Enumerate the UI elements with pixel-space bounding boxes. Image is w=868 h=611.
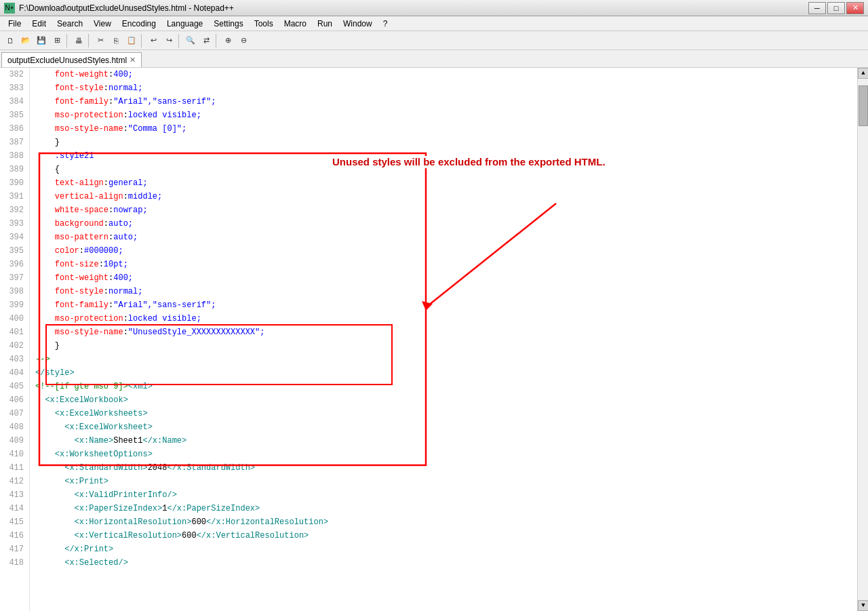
copy-button[interactable]: ⎘ — [108, 33, 123, 48]
code-line-402: } — [35, 339, 857, 353]
scrollbar: ▲ ▼ — [857, 68, 868, 611]
menu-file[interactable]: File — [3, 17, 26, 31]
code-line-411: <x:StandardWidth>2048</x:StandardWidth> — [35, 461, 857, 475]
paste-button[interactable]: 📋 — [124, 33, 139, 48]
new-button[interactable]: 🗋 — [3, 33, 18, 48]
code-line-384: font-family:"Arial","sans-serif"; — [35, 95, 857, 109]
code-line-385: mso-protection:locked visible; — [35, 109, 857, 122]
titlebar-left: N+ F:\Download\outputExcludeUnusedStyles… — [4, 3, 234, 14]
scroll-down-button[interactable]: ▼ — [858, 600, 868, 611]
code-line-409: <x:Name>Sheet1</x:Name> — [35, 434, 857, 448]
code-line-407: <x:ExcelWorksheets> — [35, 407, 857, 420]
redo-button[interactable]: ↪ — [161, 33, 176, 48]
toolbar-sep1 — [66, 34, 69, 47]
replace-button[interactable]: ⇄ — [199, 33, 214, 48]
code-line-408: <x:ExcelWorksheet> — [35, 420, 857, 434]
menu-language[interactable]: Language — [161, 17, 208, 31]
line-numbers: 3823833843853863873883893903913923933943… — [0, 68, 30, 611]
app-icon: N+ — [4, 3, 15, 14]
code-line-401: mso-style-name:"UnusedStyle_XXXXXXXXXXXX… — [35, 326, 857, 339]
annotation-box: Unused styles will be excluded from the … — [332, 156, 606, 168]
menu-window[interactable]: Window — [338, 17, 378, 31]
code-line-416: <x:VerticalResolution>600</x:VerticalRes… — [35, 529, 857, 543]
menu-macro[interactable]: Macro — [279, 17, 312, 31]
save-button[interactable]: 💾 — [34, 33, 49, 48]
code-line-417: </x:Print> — [35, 543, 857, 556]
menu-tools[interactable]: Tools — [249, 17, 279, 31]
code-line-397: font-weight:400; — [35, 271, 857, 285]
code-line-390: text-align:general; — [35, 176, 857, 190]
zoom-out-button[interactable]: ⊖ — [236, 33, 251, 48]
code-line-386: mso-style-name:"Comma [0]"; — [35, 122, 857, 136]
find-button[interactable]: 🔍 — [183, 33, 198, 48]
code-line-415: <x:HorizontalResolution>600</x:Horizonta… — [35, 515, 857, 529]
code-line-414: <x:PaperSizeIndex>1</x:PaperSizeIndex> — [35, 502, 857, 515]
code-area[interactable]: font-weight:400; font-style:normal; font… — [30, 68, 857, 611]
cut-button[interactable]: ✂ — [93, 33, 108, 48]
minimize-button[interactable]: ─ — [808, 2, 826, 14]
scroll-track[interactable] — [858, 79, 868, 600]
editor: 3823833843853863873883893903913923933943… — [0, 68, 868, 611]
menu-settings[interactable]: Settings — [208, 17, 248, 31]
titlebar: N+ F:\Download\outputExcludeUnusedStyles… — [0, 0, 868, 16]
code-line-383: font-style:normal; — [35, 81, 857, 95]
undo-button[interactable]: ↩ — [146, 33, 161, 48]
code-line-395: color:#000000; — [35, 244, 857, 258]
code-line-393: background:auto; — [35, 217, 857, 231]
code-line-400: mso-protection:locked visible; — [35, 312, 857, 326]
zoom-in-button[interactable]: ⊕ — [220, 33, 235, 48]
scroll-up-button[interactable]: ▲ — [858, 68, 868, 79]
code-line-391: vertical-align:middle; — [35, 190, 857, 203]
code-line-394: mso-pattern:auto; — [35, 231, 857, 244]
menu-help[interactable]: ? — [378, 17, 393, 31]
close-button[interactable]: ✕ — [846, 2, 864, 14]
code-line-387: } — [35, 136, 857, 149]
code-line-410: <x:WorksheetOptions> — [35, 448, 857, 461]
menu-view[interactable]: View — [88, 17, 117, 31]
menu-encoding[interactable]: Encoding — [117, 17, 161, 31]
tab-file[interactable]: outputExcludeUnusedStyles.html ✕ — [1, 52, 142, 67]
code-line-398: font-style:normal; — [35, 285, 857, 298]
code-line-404: </style> — [35, 366, 857, 380]
tab-close-icon[interactable]: ✕ — [130, 56, 136, 64]
code-line-392: white-space:nowrap; — [35, 203, 857, 217]
toolbar-sep5 — [216, 34, 218, 47]
code-line-413: <x:ValidPrinterInfo/> — [35, 488, 857, 502]
code-line-412: <x:Print> — [35, 475, 857, 488]
save-all-button[interactable]: ⊞ — [50, 33, 64, 48]
code-line-382: font-weight:400; — [35, 68, 857, 81]
menu-search[interactable]: Search — [52, 17, 88, 31]
maximize-button[interactable]: □ — [827, 2, 845, 14]
titlebar-controls[interactable]: ─ □ ✕ — [808, 2, 864, 14]
menu-run[interactable]: Run — [312, 17, 338, 31]
code-line-396: font-size:10pt; — [35, 258, 857, 271]
open-button[interactable]: 📂 — [18, 33, 33, 48]
toolbar: 🗋 📂 💾 ⊞ 🖶 ✂ ⎘ 📋 ↩ ↪ 🔍 ⇄ ⊕ ⊖ — [0, 31, 868, 50]
print-button[interactable]: 🖶 — [71, 33, 86, 48]
annotation-text: Unused styles will be excluded from the … — [332, 156, 606, 167]
toolbar-sep2 — [88, 34, 91, 47]
titlebar-title: F:\Download\outputExcludeUnusedStyles.ht… — [19, 3, 234, 13]
menu-edit[interactable]: Edit — [26, 17, 52, 31]
menubar: File Edit Search View Encoding Language … — [0, 16, 868, 31]
code-line-405: <!--[if gte mso 9]><xml> — [35, 380, 857, 393]
toolbar-sep4 — [178, 34, 181, 47]
code-line-418: <x:Selected/> — [35, 556, 857, 570]
toolbar-sep3 — [141, 34, 144, 47]
tab-label: outputExcludeUnusedStyles.html — [7, 56, 127, 65]
scroll-thumb[interactable] — [859, 85, 868, 126]
code-line-403: --> — [35, 353, 857, 366]
tabbar: outputExcludeUnusedStyles.html ✕ — [0, 50, 868, 68]
code-line-406: <x:ExcelWorkbook> — [35, 393, 857, 407]
code-line-399: font-family:"Arial","sans-serif"; — [35, 298, 857, 312]
